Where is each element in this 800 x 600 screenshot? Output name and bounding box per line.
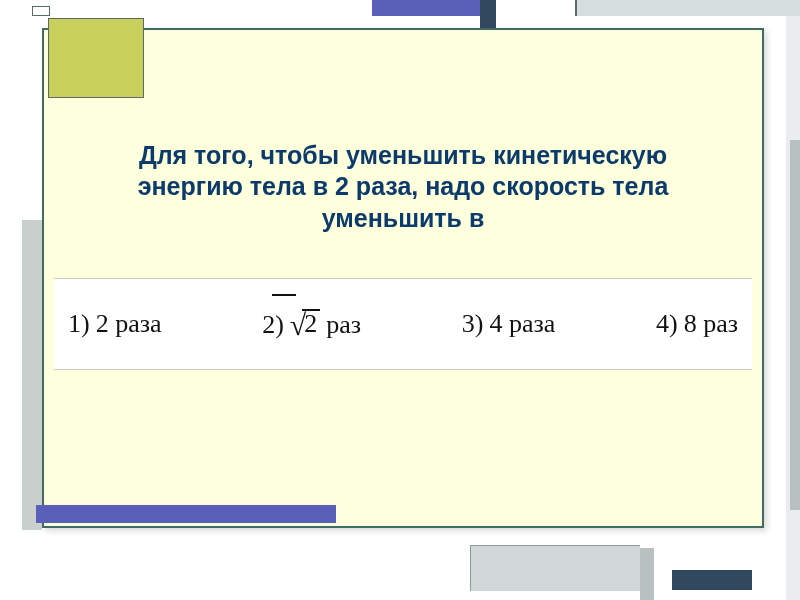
- deco-top-indigo: [372, 0, 482, 16]
- answers-strip: 1) 2 раза 2) √ 2 раз 3) 4 раза 4) 8 раз: [54, 278, 752, 370]
- option-number: 3): [462, 309, 484, 339]
- deco-tiny-square: [32, 6, 50, 16]
- sqrt-expression: √ 2: [290, 308, 320, 338]
- deco-bottom-indigo: [36, 505, 336, 523]
- answer-option-1: 1) 2 раза: [68, 309, 162, 339]
- deco-right-rail: [790, 140, 800, 510]
- option-number: 4): [656, 309, 678, 339]
- option-number: 2): [262, 310, 284, 340]
- answer-option-4: 4) 8 раз: [656, 309, 738, 339]
- question-text: Для того, чтобы уменьшить кинетическую э…: [44, 140, 762, 234]
- radical-icon: √: [290, 310, 306, 340]
- answer-option-3: 3) 4 раза: [462, 309, 556, 339]
- deco-bottom-grey: [470, 545, 640, 591]
- deco-top-right-bar: [575, 0, 800, 16]
- option-text: 2 раза: [96, 309, 162, 339]
- question-line1: Для того, чтобы уменьшить кинетическую: [139, 141, 667, 169]
- content-card: Для того, чтобы уменьшить кинетическую э…: [42, 28, 764, 528]
- question-line3: уменьшить в: [322, 204, 485, 232]
- deco-mid-vert: [640, 548, 654, 600]
- option-unit: раз: [326, 310, 361, 340]
- deco-bottom-dark: [672, 570, 752, 590]
- overline-mark: [272, 294, 296, 296]
- deco-olive-square: [48, 18, 144, 98]
- answer-option-2: 2) √ 2 раз: [262, 308, 361, 340]
- deco-left-strip: [22, 220, 42, 530]
- slide-canvas: Для того, чтобы уменьшить кинетическую э…: [0, 0, 800, 600]
- option-text: 4 раза: [489, 309, 555, 339]
- option-number: 1): [68, 309, 90, 339]
- option-text: 8 раз: [684, 309, 738, 339]
- question-line2: энергию тела в 2 раза, надо скорость тел…: [138, 172, 669, 200]
